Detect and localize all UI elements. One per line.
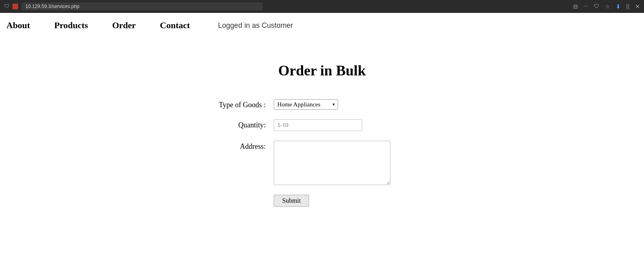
type-of-goods-select[interactable]: Home Appliances Electronics Furniture Cl… — [274, 99, 338, 110]
nav-products[interactable]: Products — [54, 20, 88, 31]
address-row: Address: — [201, 141, 443, 185]
nav-contact[interactable]: Contact — [160, 20, 190, 31]
browser-shield-icon: 🛡 — [4, 3, 9, 10]
address-label: Address: — [201, 141, 266, 151]
submit-button[interactable]: Submit — [274, 195, 309, 207]
nav-about[interactable]: About — [6, 20, 30, 31]
quantity-label: Quantity: — [201, 119, 266, 129]
submit-row: Submit — [201, 195, 443, 207]
browser-chrome: 🛡 10.129.59.3/services.php ⊟ ··· 🛡 ☆ ⬇ |… — [0, 0, 644, 13]
browser-url-bar[interactable]: 10.129.59.3/services.php — [21, 2, 263, 10]
page-title: Order in Bulk — [278, 62, 365, 79]
address-textarea[interactable] — [274, 141, 390, 185]
type-of-goods-label: Type of Goods : — [201, 99, 266, 109]
order-form: Type of Goods : Home Appliances Electron… — [201, 99, 443, 207]
library-icon[interactable]: ||| — [626, 3, 630, 10]
download-icon[interactable]: ⬇ — [616, 3, 621, 10]
quantity-input[interactable] — [274, 119, 362, 131]
navbar: About Products Order Contact Logged in a… — [0, 13, 644, 38]
type-of-goods-row: Type of Goods : Home Appliances Electron… — [201, 99, 443, 110]
browser-favicon — [12, 4, 18, 9]
shield-check-icon: 🛡 — [594, 3, 599, 10]
main-content: Order in Bulk Type of Goods : Home Appli… — [0, 38, 644, 223]
nav-order[interactable]: Order — [112, 20, 136, 31]
quantity-row: Quantity: — [201, 119, 443, 131]
close-icon[interactable]: ✕ — [635, 3, 640, 10]
type-of-goods-select-wrapper: Home Appliances Electronics Furniture Cl… — [274, 99, 338, 110]
url-text: 10.129.59.3/services.php — [25, 4, 79, 9]
menu-icon[interactable]: ··· — [584, 3, 588, 10]
browser-right-icons: ⊟ ··· 🛡 ☆ ⬇ ||| ✕ — [573, 3, 640, 10]
reader-icon[interactable]: ⊟ — [573, 3, 578, 10]
logged-in-status: Logged in as Customer — [218, 21, 293, 30]
star-icon[interactable]: ☆ — [605, 3, 610, 10]
